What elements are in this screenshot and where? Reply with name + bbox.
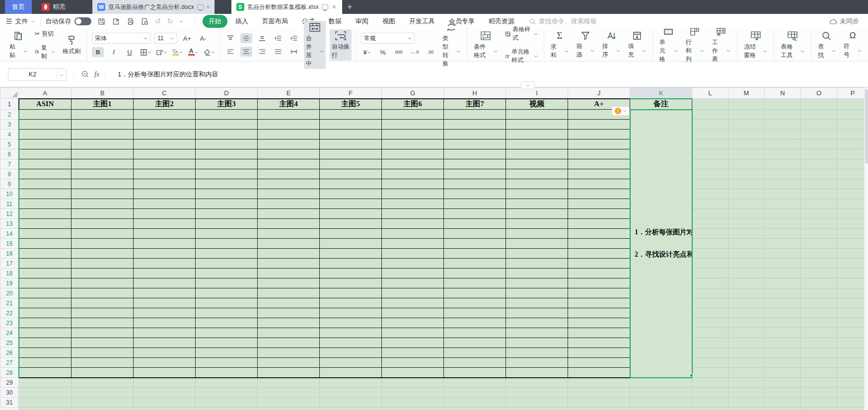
cell-B29[interactable] bbox=[72, 378, 134, 388]
cell-A16[interactable] bbox=[19, 249, 72, 259]
cell-B4[interactable] bbox=[72, 130, 134, 139]
cell-E10[interactable] bbox=[258, 189, 320, 199]
cell-C16[interactable] bbox=[134, 249, 196, 259]
cell-M21[interactable] bbox=[728, 298, 765, 308]
cell-N17[interactable] bbox=[765, 259, 801, 269]
borders-button[interactable] bbox=[140, 47, 151, 57]
cell-P22[interactable] bbox=[837, 308, 868, 318]
cell-H14[interactable] bbox=[444, 229, 506, 239]
cell-G13[interactable] bbox=[382, 219, 444, 229]
cell-A3[interactable] bbox=[19, 120, 72, 130]
cell-G32[interactable] bbox=[382, 408, 444, 410]
cell-O8[interactable] bbox=[801, 169, 837, 179]
cell-G7[interactable] bbox=[382, 159, 444, 169]
cell-A4[interactable] bbox=[19, 130, 72, 139]
cell-G20[interactable] bbox=[382, 288, 444, 298]
cell-P4[interactable] bbox=[837, 130, 868, 139]
column-header-E[interactable]: E bbox=[258, 88, 320, 99]
cell-E23[interactable] bbox=[258, 318, 320, 328]
cell-I26[interactable] bbox=[506, 348, 568, 358]
cell-H8[interactable] bbox=[444, 169, 506, 179]
cell-D27[interactable] bbox=[196, 358, 258, 368]
cell-O23[interactable] bbox=[801, 318, 837, 328]
underline-button[interactable]: U bbox=[124, 47, 136, 57]
cell-A24[interactable] bbox=[19, 328, 72, 338]
cell-O29[interactable] bbox=[801, 378, 837, 388]
cell-E7[interactable] bbox=[258, 159, 320, 169]
cell-G26[interactable] bbox=[382, 348, 444, 358]
row-header-6[interactable]: 6 bbox=[0, 149, 19, 159]
font-color-button[interactable]: A bbox=[187, 47, 199, 57]
cell-H12[interactable] bbox=[444, 209, 506, 219]
cell-N11[interactable] bbox=[765, 199, 801, 209]
cell-B6[interactable] bbox=[72, 149, 134, 159]
cell-M28[interactable] bbox=[728, 368, 765, 378]
cell-H13[interactable] bbox=[444, 219, 506, 229]
cell-P18[interactable] bbox=[837, 269, 868, 278]
row-header-5[interactable]: 5 bbox=[0, 139, 19, 149]
cell-L22[interactable] bbox=[692, 308, 728, 318]
cell-M10[interactable] bbox=[728, 189, 765, 199]
cell-N20[interactable] bbox=[765, 288, 801, 298]
save-button[interactable] bbox=[97, 17, 106, 26]
cell-C3[interactable] bbox=[134, 120, 196, 130]
cell-G15[interactable] bbox=[382, 239, 444, 249]
cell-I22[interactable] bbox=[506, 308, 568, 318]
cell-M23[interactable] bbox=[728, 318, 765, 328]
cell-L3[interactable] bbox=[692, 120, 728, 130]
row-header-22[interactable]: 22 bbox=[0, 308, 19, 318]
cell-H23[interactable] bbox=[444, 318, 506, 328]
cell-O24[interactable] bbox=[801, 328, 837, 338]
cell-I31[interactable] bbox=[506, 398, 568, 408]
cell-D9[interactable] bbox=[196, 179, 258, 189]
cell-E3[interactable] bbox=[258, 120, 320, 130]
cell-D32[interactable] bbox=[196, 408, 258, 410]
cell-B2[interactable] bbox=[72, 110, 134, 120]
cell-F9[interactable] bbox=[320, 179, 382, 189]
cell-G25[interactable] bbox=[382, 338, 444, 348]
cell-A19[interactable] bbox=[19, 278, 72, 288]
cell-O31[interactable] bbox=[801, 398, 837, 408]
cell-I30[interactable] bbox=[506, 388, 568, 398]
column-header-D[interactable]: D bbox=[196, 88, 258, 99]
cell-P2[interactable] bbox=[837, 110, 868, 120]
decrease-indent-button[interactable] bbox=[272, 33, 284, 43]
cell-N30[interactable] bbox=[765, 388, 801, 398]
cell-A23[interactable] bbox=[19, 318, 72, 328]
cell-A25[interactable] bbox=[19, 338, 72, 348]
cell-A31[interactable] bbox=[19, 398, 72, 408]
export-button[interactable] bbox=[112, 17, 120, 26]
cell-A9[interactable] bbox=[19, 179, 72, 189]
cell-M31[interactable] bbox=[728, 398, 765, 408]
cell-M2[interactable] bbox=[728, 110, 765, 120]
cell-F14[interactable] bbox=[320, 229, 382, 239]
cell-I16[interactable] bbox=[506, 249, 568, 259]
cell-G23[interactable] bbox=[382, 318, 444, 328]
cell-C25[interactable] bbox=[134, 338, 196, 348]
cell-F1[interactable]: 主图5 bbox=[320, 99, 382, 110]
cell-O9[interactable] bbox=[801, 179, 837, 189]
cell-J4[interactable] bbox=[568, 130, 630, 139]
cell-D8[interactable] bbox=[196, 169, 258, 179]
cell-H30[interactable] bbox=[444, 388, 506, 398]
cell-N23[interactable] bbox=[765, 318, 801, 328]
cell-H7[interactable] bbox=[444, 159, 506, 169]
doc-tab-sheet-active[interactable]: S 竞品分析数据采集模板.xlsx × bbox=[231, 0, 342, 14]
cell-H2[interactable] bbox=[444, 110, 506, 120]
cell-P19[interactable] bbox=[837, 278, 868, 288]
worksheet-button[interactable]: 工作表 bbox=[710, 26, 732, 65]
cell-N21[interactable] bbox=[765, 298, 801, 308]
cell-I23[interactable] bbox=[506, 318, 568, 328]
percent-button[interactable]: % bbox=[377, 47, 389, 57]
cell-N15[interactable] bbox=[765, 239, 801, 249]
cell-H21[interactable] bbox=[444, 298, 506, 308]
cell-F12[interactable] bbox=[320, 209, 382, 219]
cell-A8[interactable] bbox=[19, 169, 72, 179]
cell-J25[interactable] bbox=[568, 338, 630, 348]
cell-A10[interactable] bbox=[19, 189, 72, 199]
cell-C23[interactable] bbox=[134, 318, 196, 328]
column-header-H[interactable]: H bbox=[444, 88, 506, 99]
cell-H9[interactable] bbox=[444, 179, 506, 189]
cell-D17[interactable] bbox=[196, 259, 258, 269]
cell-C24[interactable] bbox=[134, 328, 196, 338]
